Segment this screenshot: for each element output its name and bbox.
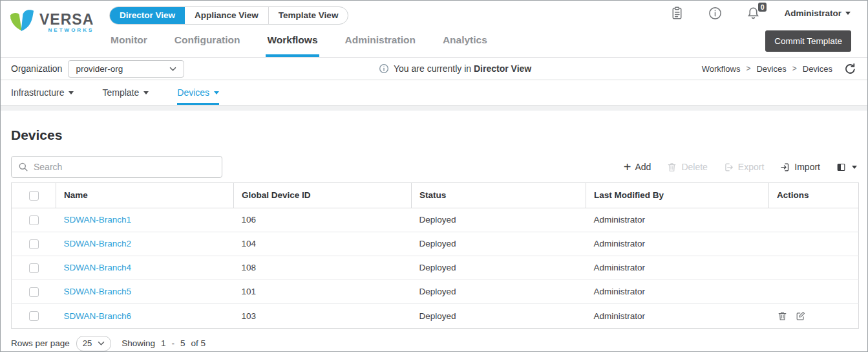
tasks-icon[interactable] <box>670 6 684 21</box>
global-device-id-cell: 108 <box>234 256 412 280</box>
brand-name: VERSA <box>39 12 94 27</box>
organization-select[interactable]: provider-org <box>68 60 184 78</box>
table-row: SDWAN-Branch6 103 Deployed Administrator <box>12 303 859 328</box>
refresh-icon[interactable] <box>843 62 857 76</box>
showing-label: Showing <box>122 338 155 348</box>
last-modified-by-cell: Administrator <box>586 256 769 280</box>
export-icon <box>723 162 734 173</box>
nav-workflows[interactable]: Workflows <box>266 34 319 57</box>
export-button-label: Export <box>738 162 764 172</box>
row-checkbox[interactable] <box>29 215 39 225</box>
tab-appliance-view[interactable]: Appliance View <box>185 7 268 24</box>
row-checkbox[interactable] <box>29 239 39 249</box>
breadcrumb-workflows[interactable]: Workflows <box>702 64 741 74</box>
import-icon <box>779 162 790 173</box>
status-cell: Deployed <box>412 280 586 303</box>
showing-of-total: of 5 <box>191 338 206 348</box>
nav-monitor[interactable]: Monitor <box>109 34 149 57</box>
info-icon <box>379 63 389 74</box>
subnav-devices[interactable]: Devices <box>177 80 219 105</box>
row-checkbox[interactable] <box>29 263 39 273</box>
device-name-link[interactable]: SDWAN-Branch6 <box>64 311 132 321</box>
header-utilities: 0 Administrator <box>670 6 851 21</box>
status-cell: Deployed <box>412 303 586 328</box>
search-input[interactable] <box>34 162 215 172</box>
showing-summary: Showing 1 - 5 of 5 <box>122 338 206 348</box>
table-actions: + Add Delete Export <box>624 162 857 173</box>
nav-analytics[interactable]: Analytics <box>441 34 489 57</box>
column-picker-icon <box>836 162 847 173</box>
column-header-global-device-id[interactable]: Global Device ID <box>234 183 412 208</box>
user-menu[interactable]: Administrator <box>784 8 851 18</box>
column-picker-button[interactable] <box>836 162 857 173</box>
subnav-infrastructure[interactable]: Infrastructure <box>11 80 74 105</box>
status-cell: Deployed <box>412 256 586 280</box>
current-view-text: You are currently in Director View <box>394 63 531 74</box>
page-title: Devices <box>11 127 857 143</box>
tab-template-view[interactable]: Template View <box>268 7 348 24</box>
table-row: SDWAN-Branch5 101 Deployed Administrator <box>12 280 859 303</box>
row-actions <box>777 311 851 322</box>
device-name-link[interactable]: SDWAN-Branch5 <box>64 287 132 296</box>
export-button[interactable]: Export <box>723 162 764 173</box>
notifications-icon[interactable]: 0 <box>746 6 761 21</box>
nav-administration[interactable]: Administration <box>344 34 417 57</box>
delete-button[interactable]: Delete <box>666 162 707 173</box>
info-icon[interactable] <box>708 6 723 21</box>
rows-per-page-select[interactable]: 25 <box>76 336 111 351</box>
versa-director-app: { "colors": { "accent": "#1a9ddb", "link… <box>0 0 868 352</box>
devices-page: Devices + Add Delete <box>1 127 867 329</box>
nav-configuration[interactable]: Configuration <box>173 34 242 57</box>
search-icon <box>18 162 28 172</box>
table-row: SDWAN-Branch2 104 Deployed Administrator <box>12 232 859 256</box>
organization-label: Organization <box>11 63 62 74</box>
status-cell: Deployed <box>412 232 586 256</box>
import-button[interactable]: Import <box>779 162 820 173</box>
subnav-infrastructure-label: Infrastructure <box>11 87 64 98</box>
chevron-down-icon <box>69 91 74 94</box>
commit-template-button[interactable]: Commit Template <box>765 30 851 52</box>
import-button-label: Import <box>794 162 820 172</box>
pagination-bar: Rows per page 25 Showing 1 - 5 of 5 <box>1 329 867 352</box>
device-name-link[interactable]: SDWAN-Branch1 <box>64 215 132 225</box>
app-header: VERSA NETWORKS Director View Appliance V… <box>1 1 867 58</box>
column-header-last-modified-by[interactable]: Last Modified By <box>586 183 769 208</box>
banner-prefix: You are currently in <box>394 63 471 74</box>
versa-logo-icon <box>8 8 36 34</box>
row-checkbox[interactable] <box>29 311 39 321</box>
view-switcher: Director View Appliance View Template Vi… <box>109 6 348 25</box>
breadcrumb-separator: > <box>746 64 750 73</box>
rows-per-page-label: Rows per page <box>11 338 70 348</box>
devices-table-header: Name Global Device ID Status Last Modifi… <box>12 183 859 208</box>
chevron-down-icon <box>98 341 105 346</box>
chevron-down-icon <box>143 91 149 94</box>
organization-bar: Organization provider-org You are curren… <box>1 58 867 80</box>
search-box <box>11 156 222 178</box>
column-header-name[interactable]: Name <box>56 183 234 208</box>
breadcrumb-devices-current[interactable]: Devices <box>803 64 832 74</box>
content-divider-strip <box>1 105 867 111</box>
chevron-down-icon <box>214 91 219 94</box>
column-header-status[interactable]: Status <box>412 183 586 208</box>
subnav-template[interactable]: Template <box>102 80 149 105</box>
main-nav: Monitor Configuration Workflows Administ… <box>109 34 489 57</box>
table-toolbar: + Add Delete Export <box>11 156 857 178</box>
device-name-link[interactable]: SDWAN-Branch4 <box>64 263 132 272</box>
breadcrumb-devices[interactable]: Devices <box>756 64 786 74</box>
tab-director-view[interactable]: Director View <box>110 7 185 24</box>
global-device-id-cell: 101 <box>234 280 412 303</box>
add-button-label: Add <box>635 162 651 172</box>
add-button[interactable]: + Add <box>624 162 651 172</box>
banner-view-name: Director View <box>474 63 531 74</box>
select-all-checkbox[interactable] <box>29 191 39 201</box>
last-modified-by-cell: Administrator <box>586 280 769 303</box>
device-name-link[interactable]: SDWAN-Branch2 <box>64 239 132 248</box>
current-view-banner: You are currently in Director View <box>379 63 531 74</box>
trash-icon[interactable] <box>777 311 788 322</box>
trash-icon <box>666 162 677 173</box>
edit-icon[interactable] <box>795 311 806 322</box>
organization-select-value: provider-org <box>76 64 123 74</box>
table-row: SDWAN-Branch1 106 Deployed Administrator <box>12 208 859 232</box>
subnav-template-label: Template <box>102 87 139 98</box>
row-checkbox[interactable] <box>29 287 39 297</box>
